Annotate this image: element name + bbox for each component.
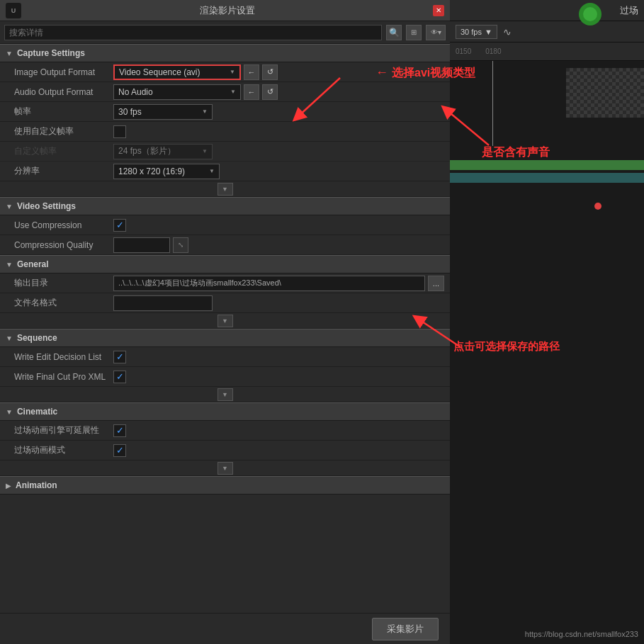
output-dir-browse-btn[interactable]: ...	[428, 276, 444, 291]
playhead-line	[492, 61, 493, 146]
write-fcp-row: Write Final Cut Pro XML ✓	[0, 367, 450, 387]
output-dir-value: ..\..\..\..\虚幻4项目\过场动画smallfox233\Saved\	[113, 276, 425, 291]
general-header[interactable]: ▼ General	[0, 255, 450, 273]
custom-fps-arrow: ▼	[202, 148, 208, 154]
cinematic-header[interactable]: ▼ Cinematic	[0, 402, 450, 421]
window-title: 渲染影片设置	[21, 4, 433, 17]
cinematic-mode-row: 过场动画模式 ✓	[0, 441, 450, 461]
search-input[interactable]	[4, 25, 382, 40]
general-collapse-triangle: ▼	[6, 261, 13, 269]
sequence-header[interactable]: ▼ Sequence	[0, 329, 450, 347]
resolution-row: 分辨率 1280 x 720 (16:9) ▼	[0, 162, 450, 181]
video-thumb-checker	[566, 68, 644, 118]
watermark: https://blog.csdn.net/smallfox233	[525, 630, 638, 638]
timeline-header: 0150 0180	[450, 43, 644, 61]
audio-format-reset-icon[interactable]: ↺	[262, 84, 278, 100]
fps-value: 30 fps	[461, 28, 482, 36]
frame-rate-row: 帧率 30 fps ▼	[0, 102, 450, 122]
write-edl-checkmark: ✓	[116, 351, 124, 362]
compression-quality-label: Compression Quality	[14, 240, 113, 250]
animation-label: Animation	[16, 480, 57, 490]
resolution-arrow: ▼	[209, 168, 215, 174]
sequence-collapse-btn[interactable]: ▼	[218, 388, 233, 401]
grid-icon[interactable]: ⊞	[406, 25, 422, 40]
sequence-collapse-row: ▼	[0, 387, 450, 402]
write-fcp-label: Write Final Cut Pro XML	[14, 372, 113, 382]
video-settings-label: Video Settings	[17, 201, 76, 211]
extensibility-label: 过场动画引擎可延展性	[14, 424, 113, 436]
file-format-label: 文件名格式	[14, 297, 113, 309]
fps-bar: 30 fps ▼ ∿	[450, 21, 644, 43]
green-circle	[579, 3, 601, 26]
cinematic-collapse-btn[interactable]: ▼	[218, 462, 233, 475]
image-format-reset-icon[interactable]: ↺	[262, 64, 278, 80]
use-compression-checkbox[interactable]: ✓	[113, 219, 126, 232]
audio-output-format-label: Audio Output Format	[14, 87, 113, 97]
resolution-control: 1280 x 720 (16:9) ▼	[113, 164, 444, 179]
search-icon[interactable]: 🔍	[386, 25, 402, 40]
sequence-collapse-triangle: ▼	[6, 334, 13, 342]
fps-dropdown[interactable]: 30 fps ▼	[456, 25, 497, 39]
custom-fps-label: 自定义帧率	[14, 145, 113, 157]
compression-expand-icon[interactable]: ⤡	[173, 237, 188, 253]
red-dot-marker	[594, 203, 601, 210]
teal-track-bar	[450, 173, 644, 183]
use-compression-label: Use Compression	[14, 220, 113, 230]
compression-quality-control: 75.0 ⤡	[113, 237, 444, 253]
video-settings-header[interactable]: ▼ Video Settings	[0, 197, 450, 215]
cinematic-mode-checkbox[interactable]: ✓	[113, 444, 126, 457]
use-compression-control: ✓	[113, 219, 444, 232]
custom-fps-dropdown[interactable]: 24 fps（影片） ▼	[113, 144, 213, 159]
resolution-dropdown[interactable]: 1280 x 720 (16:9) ▼	[113, 164, 220, 179]
image-output-format-dropdown[interactable]: Video Sequence (avi) ▼	[113, 64, 241, 80]
file-format-row: 文件名格式 {world}	[0, 293, 450, 313]
image-format-back-icon[interactable]: ←	[244, 64, 259, 80]
extensibility-row: 过场动画引擎可延展性 ✓	[0, 421, 450, 441]
animation-header[interactable]: ▶ Animation	[0, 476, 450, 495]
timeline-tick-2: 0180	[485, 47, 501, 55]
capture-settings-collapse-row: ▼	[0, 181, 450, 197]
circle-inner	[583, 7, 597, 21]
annotation-has-audio: 是否含有声音	[482, 145, 550, 160]
cinematic-collapse-row: ▼	[0, 461, 450, 476]
audio-format-back-icon[interactable]: ←	[244, 84, 259, 100]
close-button[interactable]: ✕	[433, 5, 444, 16]
custom-fps-control: 24 fps（影片） ▼	[113, 144, 444, 159]
collapse-triangle: ▼	[6, 50, 13, 57]
write-fcp-checkbox[interactable]: ✓	[113, 371, 126, 383]
general-collapse-btn[interactable]: ▼	[218, 315, 233, 327]
output-dir-label: 输出目录	[14, 277, 113, 289]
output-dir-control: ..\..\..\..\虚幻4项目\过场动画smallfox233\Saved\…	[113, 276, 444, 291]
file-format-input[interactable]: {world}	[113, 295, 213, 311]
custom-fps-row: 自定义帧率 24 fps（影片） ▼	[0, 142, 450, 162]
compression-quality-input[interactable]: 75.0	[113, 237, 170, 253]
title-bar: U 渲染影片设置 ✕	[0, 0, 450, 21]
extensibility-checkbox[interactable]: ✓	[113, 424, 126, 437]
cinematic-collapse-triangle: ▼	[6, 408, 13, 416]
audio-dropdown-arrow-icon: ▼	[230, 89, 236, 95]
search-bar: 🔍 ⊞ 👁▾	[0, 21, 450, 44]
use-custom-fps-checkbox[interactable]	[113, 125, 126, 138]
capture-button[interactable]: 采集影片	[372, 618, 439, 640]
write-edl-row: Write Edit Decision List ✓	[0, 347, 450, 367]
sequence-label: Sequence	[17, 333, 57, 343]
extensibility-checkmark: ✓	[116, 425, 124, 436]
frame-rate-label: 帧率	[14, 106, 113, 118]
use-compression-checkmark: ✓	[116, 220, 124, 230]
capture-settings-header[interactable]: ▼ Capture Settings	[0, 44, 450, 62]
cinematic-mode-control: ✓	[113, 444, 444, 457]
frame-rate-dropdown[interactable]: 30 fps ▼	[113, 104, 213, 120]
right-topbar: 过场	[450, 0, 644, 21]
capture-settings-collapse-btn[interactable]: ▼	[218, 183, 233, 196]
fps-arrow: ▼	[485, 28, 492, 36]
green-track-bar	[450, 160, 644, 170]
write-edl-checkbox[interactable]: ✓	[113, 351, 126, 363]
animation-collapse-triangle: ▶	[6, 482, 11, 490]
eye-icon[interactable]: 👁▾	[426, 25, 446, 40]
audio-output-format-control: No Audio ▼ ← ↺	[113, 84, 444, 100]
audio-output-format-row: Audio Output Format No Audio ▼ ← ↺	[0, 82, 450, 102]
write-edl-label: Write Edit Decision List	[14, 352, 113, 362]
use-custom-fps-row: 使用自定义帧率	[0, 122, 450, 142]
audio-output-format-dropdown[interactable]: No Audio ▼	[113, 84, 241, 100]
cinematic-label: Cinematic	[17, 407, 57, 417]
